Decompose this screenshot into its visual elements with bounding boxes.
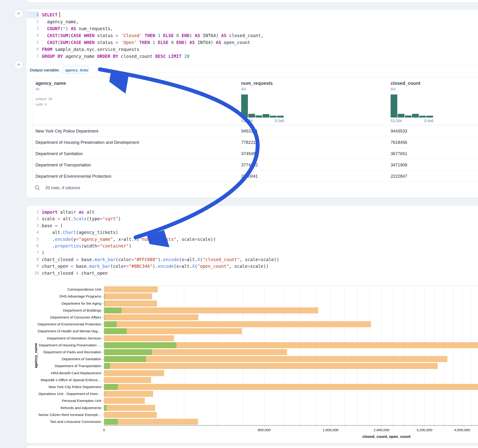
python-code-editor[interactable]: 1import altair as alt2scale = alt.Scale(… — [26, 209, 478, 276]
code-line[interactable]: 2 agency_name, — [26, 18, 478, 25]
code-line[interactable]: 1import altair as alt — [26, 209, 478, 216]
code-line[interactable]: 6FROM sample_data.nyc.service_requests — [26, 46, 478, 53]
bar-closed_count[interactable] — [104, 398, 145, 404]
column-histogram[interactable] — [241, 94, 284, 118]
code-line[interactable]: 3⌄base = ( — [26, 222, 478, 229]
bar-open_count[interactable] — [104, 321, 117, 327]
collapse-chevron-icon[interactable]: ⌄ — [39, 12, 42, 19]
y-axis-label[interactable]: Operations Unit - Department of Hom… — [32, 392, 101, 396]
table-row[interactable]: New York City Police Department945313194… — [32, 125, 478, 137]
bar-open_count[interactable] — [104, 300, 105, 306]
table-row[interactable]: Department of Housing Preservation and D… — [32, 137, 478, 148]
bar-open_count[interactable] — [104, 356, 146, 362]
bar-open_count[interactable] — [104, 363, 110, 369]
y-axis-label[interactable]: Refunds and Adjustments — [32, 406, 101, 410]
code-line[interactable]: 7) — [26, 249, 478, 256]
search-icon[interactable] — [34, 185, 40, 191]
bar-open_count[interactable] — [104, 384, 118, 390]
bar-closed_count[interactable] — [104, 384, 478, 390]
bar-closed_count[interactable] — [104, 391, 153, 397]
bar-open_count[interactable] — [104, 405, 107, 411]
bar-open_count[interactable] — [104, 391, 104, 397]
bar-closed_count[interactable] — [104, 321, 371, 327]
y-axis-label[interactable]: HRA Benefit Card Replacement — [32, 371, 101, 375]
code-line[interactable]: 8chart_closed = base.mark_bar(color="#FF… — [26, 256, 478, 263]
y-axis-label[interactable]: Taxi and Limousine Commission — [32, 420, 101, 424]
code-line[interactable]: 2scale = alt.Scale(type="sqrt") — [26, 215, 478, 222]
bar-closed_count[interactable] — [104, 377, 151, 383]
histogram-bar — [419, 116, 426, 118]
bar-open_count[interactable] — [104, 342, 176, 348]
column-header[interactable]: closed_count — [391, 81, 420, 86]
bar-closed_count[interactable] — [104, 363, 438, 369]
column-header[interactable]: agency_name — [36, 81, 66, 86]
line-number: 5 — [27, 39, 39, 46]
code-line[interactable]: 4 alt.Chart(agency_tickets) — [26, 229, 478, 236]
y-axis-label[interactable]: Department of Environmental Protection — [32, 322, 101, 326]
y-axis-label[interactable]: Personal Exemption Unit — [32, 399, 101, 403]
bar-closed_count[interactable] — [104, 314, 198, 320]
code-line[interactable]: 1⌄SELECT — [26, 11, 478, 18]
code-line[interactable]: 7GROUP BY agency_name ORDER BY closed_co… — [26, 53, 478, 60]
code-line[interactable]: 4 CAST(SUM(CASE WHEN status = 'Closed' T… — [26, 32, 478, 39]
result-table-rows: New York City Police Department945313194… — [32, 125, 478, 182]
code-line[interactable]: 5 CAST(SUM(CASE WHEN status = 'Open' THE… — [26, 39, 478, 46]
code-text: ) — [42, 249, 44, 256]
bar-closed_count[interactable] — [104, 307, 318, 313]
add-cell-button-top[interactable]: + — [14, 9, 23, 18]
altair-chart: Correspondence UnitDHS Advantage Program… — [26, 280, 478, 443]
code-text: chart_open = base.mark_bar(color="#8BC34… — [42, 263, 269, 270]
x-axis-tick-label: 1,600,000 — [323, 428, 339, 432]
y-axis-label[interactable]: Correspondence Unit — [32, 287, 101, 292]
bar-open_count[interactable] — [104, 293, 105, 299]
grid-line — [300, 286, 301, 425]
bar-closed_count[interactable] — [104, 405, 155, 411]
column-histogram[interactable] — [391, 94, 434, 118]
y-axis-label[interactable]: DHS Advantage Programs — [32, 294, 101, 299]
code-line[interactable]: 6 .properties(width="container") — [26, 243, 478, 249]
bar-closed_count[interactable] — [104, 370, 164, 376]
output-variable-pill[interactable]: agency_tickets — [63, 66, 89, 74]
y-axis-label[interactable]: New York City Police Department — [32, 385, 101, 389]
y-axis-label[interactable]: Department of Housing Preservation … — [32, 343, 101, 347]
column-type: i64 — [241, 87, 246, 91]
bar-closed_count[interactable] — [104, 300, 157, 306]
y-axis-label[interactable]: Department of Homeless Services — [32, 336, 101, 340]
y-axis-label[interactable]: Senior Citizen Rent Increase Exempti… — [32, 413, 101, 417]
histogram-bar — [412, 114, 419, 118]
table-row[interactable]: Department of Sanitation37494853677651 — [32, 148, 478, 159]
table-row[interactable]: Department of Transportation377489234719… — [32, 159, 478, 171]
bar-closed_count[interactable] — [104, 293, 152, 299]
add-cell-button-middle[interactable]: + — [14, 60, 23, 69]
code-line[interactable]: 9chart_open = base.mark_bar(color="#8BC3… — [26, 263, 478, 270]
result-table: agency_namestrunique: 20nulls: 0num_requ… — [32, 77, 478, 182]
collapse-chevron-icon[interactable]: ⌄ — [39, 223, 42, 230]
y-axis-label[interactable]: Department of Parks and Recreation — [32, 350, 101, 354]
code-line[interactable]: 5 .encode(y="agency_name", x=alt.X("num_… — [26, 236, 478, 243]
y-axis-label[interactable]: Department of Buildings — [32, 308, 101, 312]
bar-closed_count[interactable] — [104, 286, 158, 292]
table-cell-agency_name: Department of Transportation — [36, 159, 91, 171]
y-axis-label[interactable]: Department of Consumer Affairs — [32, 315, 101, 319]
bar-open_count[interactable] — [104, 328, 126, 334]
bar-closed_count[interactable] — [104, 335, 174, 341]
bar-open_count[interactable] — [104, 419, 118, 425]
y-axis-label[interactable]: Department of Transportation — [32, 364, 101, 368]
code-line[interactable]: 3 COUNT(*) AS num_requests, — [26, 25, 478, 32]
bar-open_count[interactable] — [104, 307, 121, 313]
y-axis-label[interactable]: Department for the Aging — [32, 301, 101, 305]
y-axis-tick — [102, 331, 104, 331]
code-line[interactable]: 10chart_closed + chart_open — [26, 270, 478, 277]
y-axis-label[interactable]: Mayorâ€ s Office of Special Enforce… — [32, 378, 101, 382]
y-axis-label[interactable]: Department of Sanitation — [32, 357, 101, 361]
sql-code-editor[interactable]: 1⌄SELECT2 agency_name,3 COUNT(*) AS num_… — [26, 11, 478, 63]
column-header[interactable]: num_requests — [241, 81, 273, 86]
bar-closed_count[interactable] — [104, 419, 198, 425]
table-row[interactable]: Department of Environmental Protection22… — [32, 170, 478, 182]
bar-open_count[interactable] — [104, 349, 152, 355]
bar-closed_count[interactable] — [104, 412, 157, 418]
y-axis-label[interactable]: Department of Health and Mental Hyg… — [32, 329, 101, 333]
bar-closed_count[interactable] — [104, 356, 447, 362]
bar-open_count[interactable] — [104, 314, 104, 320]
y-axis-tick — [102, 324, 104, 324]
